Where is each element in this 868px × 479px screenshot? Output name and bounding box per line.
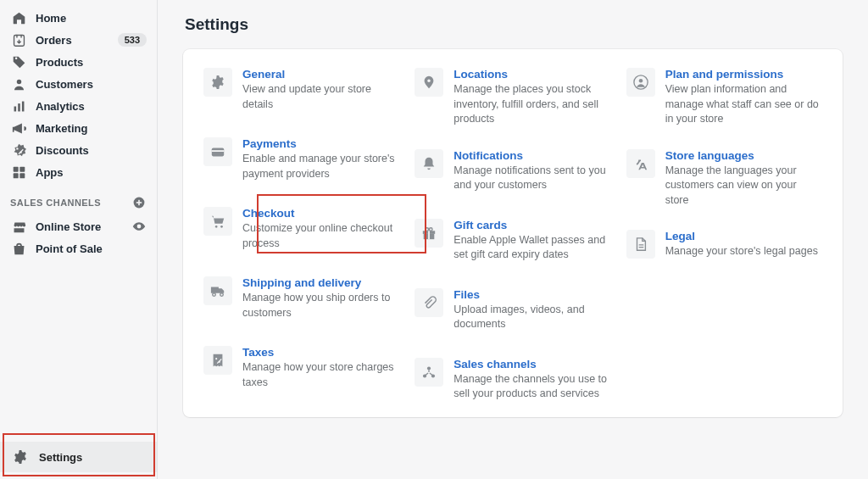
svg-point-20 [220, 293, 224, 297]
svg-rect-16 [212, 150, 224, 152]
tag-icon [10, 53, 27, 70]
sidebar-item-orders[interactable]: Orders 533 [0, 29, 157, 51]
tile-notifications[interactable]: Notifications Manage notifications sent … [415, 149, 610, 197]
gift-icon [415, 219, 443, 248]
tile-general[interactable]: General View and update your store detai… [203, 68, 399, 115]
gear-icon [12, 448, 29, 465]
tile-legal[interactable]: Legal Manage your store's legal pages [626, 230, 822, 277]
settings-card: General View and update your store detai… [183, 49, 843, 417]
tile-title: Payments [242, 137, 399, 150]
tile-desc: Manage how your store charges taxes [242, 360, 399, 390]
gear-icon [203, 68, 232, 97]
sales-channels-header: SALES CHANNELS [0, 183, 157, 215]
settings-col-1: General View and update your store detai… [203, 68, 399, 405]
svg-rect-14 [136, 202, 142, 203]
sidebar-item-online-store[interactable]: Online Store [0, 215, 157, 237]
sidebar-item-label: Analytics [36, 100, 147, 113]
sidebar-item-label: Point of Sale [36, 242, 147, 255]
page-title: Settings [185, 15, 843, 34]
svg-point-29 [427, 366, 431, 370]
tile-desc: Manage the languages your customers can … [665, 164, 822, 209]
tile-title: Gift cards [453, 219, 610, 231]
add-channel-button[interactable] [131, 195, 147, 210]
sidebar-item-products[interactable]: Products [0, 51, 157, 73]
svg-point-19 [213, 293, 216, 297]
svg-point-28 [430, 227, 433, 231]
tile-gift-cards[interactable]: Gift cards Enable Apple Wallet passes an… [415, 219, 610, 266]
orders-icon [10, 31, 27, 48]
card-icon [203, 137, 232, 166]
megaphone-icon [10, 120, 27, 136]
tile-title: Legal [665, 230, 822, 242]
svg-rect-10 [13, 173, 18, 178]
tile-taxes[interactable]: Taxes Manage how your store charges taxe… [203, 346, 399, 393]
percent-icon [10, 142, 27, 159]
bars-icon [10, 97, 27, 114]
tile-desc: Enable and manage your store's payment p… [242, 152, 399, 181]
main: Settings General View and update your st… [158, 0, 868, 479]
svg-point-18 [220, 226, 223, 228]
tile-title: Notifications [453, 149, 610, 162]
tile-plan-and-permissions[interactable]: Plan and permissions View plan informati… [626, 68, 822, 127]
main-inner: Settings General View and update your st… [158, 15, 868, 417]
tile-desc: Manage how you ship orders to customers [242, 291, 399, 320]
tile-title: Shipping and delivery [242, 276, 399, 289]
sales-channels-title: SALES CHANNELS [10, 198, 101, 208]
tile-locations[interactable]: Locations Manage the places you stock in… [415, 68, 610, 127]
svg-point-5 [16, 148, 18, 149]
tile-sales-channels[interactable]: Sales channels Manage the channels you u… [415, 358, 610, 405]
sidebar-item-label: Orders [36, 34, 109, 47]
tile-title: Taxes [242, 346, 399, 359]
grid-icon [10, 164, 27, 181]
sidebar-item-analytics[interactable]: Analytics [0, 95, 157, 117]
sidebar-item-discounts[interactable]: Discounts [0, 139, 157, 161]
svg-point-27 [426, 227, 429, 231]
truck-icon [203, 276, 232, 305]
tile-desc: Manage your store's legal pages [665, 244, 822, 259]
sidebar-item-label: Discounts [36, 144, 147, 157]
settings-col-3: Plan and permissions View plan informati… [626, 68, 822, 405]
network-icon [415, 358, 443, 387]
tile-desc: View and update your store details [242, 82, 399, 112]
tile-desc: Customize your online checkout process [242, 221, 399, 251]
svg-rect-4 [21, 101, 24, 111]
svg-point-33 [638, 79, 643, 83]
svg-rect-26 [428, 231, 430, 239]
sidebar-item-label: Home [36, 12, 147, 25]
tile-title: Locations [453, 68, 610, 81]
sidebar-item-apps[interactable]: Apps [0, 161, 157, 183]
sidebar-item-settings[interactable]: Settings [0, 442, 157, 472]
tile-checkout[interactable]: Checkout Customize your online checkout … [203, 207, 399, 254]
svg-rect-2 [14, 106, 16, 111]
bell-icon [415, 149, 443, 178]
settings-col-2: Locations Manage the places you stock in… [415, 68, 610, 405]
svg-rect-15 [212, 148, 224, 157]
sidebar-item-label: Apps [36, 166, 147, 179]
primary-nav: Home Orders 533 Products Customers Analy… [0, 7, 157, 183]
tile-shipping-and-delivery[interactable]: Shipping and delivery Manage how you shi… [203, 276, 399, 324]
tile-desc: Upload images, videos, and documents [453, 303, 610, 332]
tile-title: Checkout [242, 207, 399, 220]
tile-title: General [242, 68, 399, 81]
sidebar-item-home[interactable]: Home [0, 7, 157, 29]
tile-payments[interactable]: Payments Enable and manage your store's … [203, 137, 399, 185]
tile-store-languages[interactable]: Store languages Manage the languages you… [626, 149, 822, 209]
doc-icon [626, 230, 655, 259]
svg-rect-8 [13, 166, 18, 171]
sidebar-item-point-of-sale[interactable]: Point of Sale [0, 237, 157, 259]
view-store-button[interactable] [131, 219, 147, 234]
settings-label: Settings [39, 451, 82, 464]
sidebar-item-label: Online Store [36, 220, 123, 233]
settings-grid: General View and update your store detai… [203, 68, 822, 405]
sidebar: Home Orders 533 Products Customers Analy… [0, 0, 158, 479]
translate-icon [626, 149, 655, 178]
tile-files[interactable]: Files Upload images, videos, and documen… [415, 288, 610, 336]
svg-point-17 [215, 226, 218, 228]
svg-point-1 [16, 79, 20, 83]
sidebar-item-marketing[interactable]: Marketing [0, 117, 157, 139]
bag-icon [10, 240, 27, 257]
orders-badge: 533 [118, 33, 147, 47]
sidebar-item-customers[interactable]: Customers [0, 73, 157, 95]
sidebar-item-label: Customers [36, 78, 147, 91]
pin-icon [415, 68, 443, 97]
